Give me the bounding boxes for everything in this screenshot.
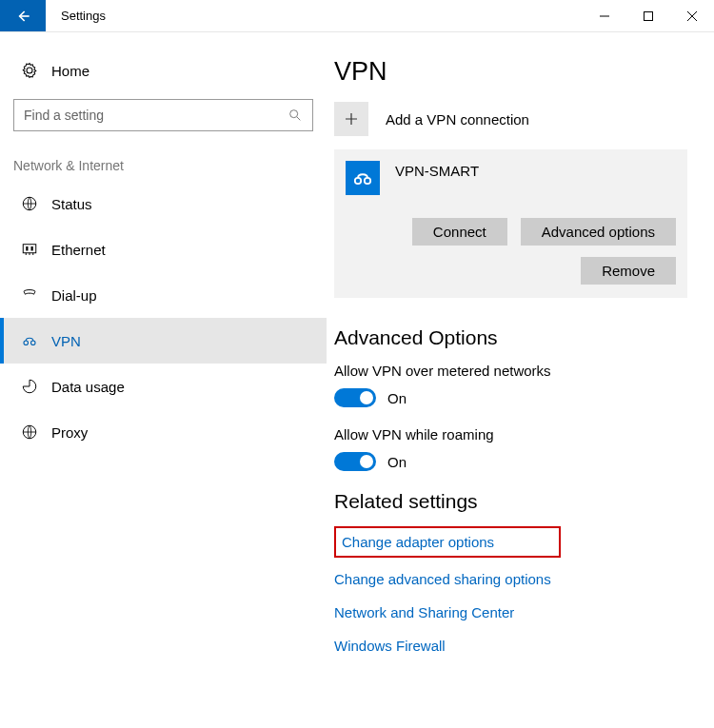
dialup-icon [19,286,40,304]
vpn-connection-icon [346,161,380,195]
window-title: Settings [46,0,583,31]
maximize-button[interactable] [626,0,670,31]
toggle-roaming[interactable] [334,452,376,471]
vpn-connection-item[interactable]: VPN-SMART Connect Advanced options Remov… [334,149,687,298]
link-change-adapter[interactable]: Change adapter options [342,534,494,550]
content: VPN Add a VPN connection VPN-SMART Conne… [327,32,714,728]
sidebar-item-home[interactable]: Home [0,49,327,91]
sidebar-item-status[interactable]: Status [0,181,327,226]
sidebar-item-ethernet[interactable]: Ethernet [0,226,327,272]
svg-point-10 [365,178,370,184]
sidebar-item-label: VPN [51,333,81,349]
advanced-options-button[interactable]: Advanced options [521,218,676,246]
search-icon [288,108,303,123]
minimize-icon [599,10,610,22]
svg-point-1 [290,110,298,118]
sidebar-item-label: Ethernet [51,242,106,258]
sidebar: Home Network & Internet Status [0,32,327,728]
titlebar: Settings [0,0,714,32]
plus-icon [334,102,368,136]
sidebar-item-proxy[interactable]: Proxy [0,409,327,455]
sidebar-item-label: Proxy [51,424,88,441]
sidebar-item-label: Data usage [51,379,125,395]
svg-point-6 [24,341,29,345]
gear-icon [19,62,40,79]
sidebar-item-vpn[interactable]: VPN [0,318,327,364]
proxy-icon [19,423,40,441]
highlight-box: Change adapter options [334,526,561,558]
remove-button[interactable]: Remove [581,257,676,285]
page-title: VPN [334,57,687,87]
advanced-options-heading: Advanced Options [334,326,687,349]
toggle-roaming-state: On [387,454,407,470]
sidebar-category: Network & Internet [0,141,327,181]
svg-rect-5 [31,246,33,251]
datausage-icon [19,378,40,395]
toggle-metered[interactable] [334,388,376,407]
add-vpn-row[interactable]: Add a VPN connection [334,100,687,138]
svg-point-9 [355,178,361,184]
status-icon [19,195,40,212]
close-button[interactable] [670,0,714,31]
back-button[interactable] [0,0,46,31]
svg-rect-4 [26,246,28,251]
minimize-button[interactable] [583,0,626,31]
maximize-icon [643,10,654,22]
search-box[interactable] [13,99,313,131]
link-network-center[interactable]: Network and Sharing Center [334,604,687,620]
svg-point-7 [31,341,36,345]
option-roaming-label: Allow VPN while roaming [334,426,687,443]
sidebar-item-datausage[interactable]: Data usage [0,364,327,409]
home-label: Home [51,63,89,79]
back-arrow-icon [13,7,32,26]
option-metered-label: Allow VPN over metered networks [334,363,687,379]
add-vpn-label: Add a VPN connection [386,111,529,128]
sidebar-item-label: Dial-up [51,287,97,304]
link-change-sharing[interactable]: Change advanced sharing options [334,571,687,587]
related-settings-heading: Related settings [334,490,687,513]
connect-button[interactable]: Connect [412,218,507,246]
search-input[interactable] [24,108,288,123]
svg-rect-3 [23,245,36,253]
toggle-metered-state: On [387,390,407,406]
ethernet-icon [19,241,40,258]
svg-rect-0 [645,11,653,20]
link-windows-firewall[interactable]: Windows Firewall [334,638,687,654]
sidebar-item-dialup[interactable]: Dial-up [0,272,327,318]
close-icon [686,10,698,22]
sidebar-item-label: Status [51,196,92,212]
vpn-icon [19,332,40,349]
vpn-connection-name: VPN-SMART [395,161,479,179]
